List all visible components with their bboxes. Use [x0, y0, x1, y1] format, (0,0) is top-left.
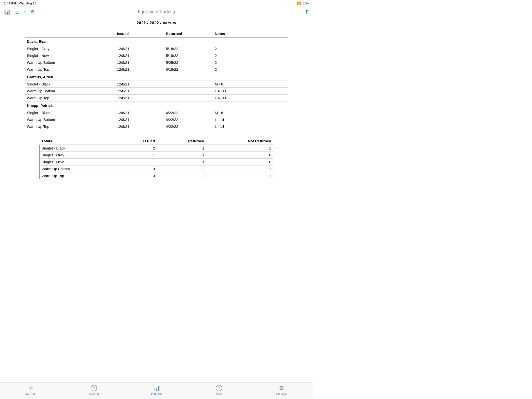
row-returned: 5/18/22	[164, 52, 213, 59]
row-notes: M - 6	[213, 109, 288, 116]
row-notes: 2	[213, 66, 288, 73]
totals-row-returned: 1	[157, 159, 206, 166]
row-returned: 4/22/22	[164, 123, 213, 130]
row-returned: 5/25/22	[164, 59, 213, 66]
main-table: Issued Returned Notes Davis, Evan Single…	[25, 30, 288, 130]
row-notes: UA - M	[213, 95, 288, 101]
table-row: Warm Up Bottom 12/8/21 5/25/22 2	[25, 59, 288, 66]
totals-col-header-not-returned: Not Returned	[206, 137, 273, 145]
totals-col-header-returned: Returned	[157, 137, 206, 145]
main-table-header-row: Issued Returned Notes	[25, 30, 288, 37]
table-row: Warm Up Top 12/8/21 4/22/22 L - 14	[25, 123, 288, 130]
page-title-section: 2021 - 2022 - Varsity	[0, 17, 313, 28]
totals-row-returned: 1	[157, 145, 206, 152]
main-content: Issued Returned Notes Davis, Evan Single…	[0, 30, 313, 130]
sort-icon[interactable]: ↕	[24, 9, 26, 15]
row-returned: 4/22/22	[164, 109, 213, 116]
group-header-row: Graffius, Aiden	[25, 73, 288, 81]
group-header-row: Davis, Evan	[25, 37, 288, 45]
toolbar-right: ⬆	[304, 9, 309, 15]
totals-row-not-returned: 1	[206, 145, 273, 152]
table-row: Warm Up Bottom 12/8/21 UA - M	[25, 88, 288, 95]
col-header-issued: Issued	[115, 30, 164, 37]
col-header-returned: Returned	[164, 30, 213, 37]
row-issued: 12/8/21	[115, 45, 164, 52]
row-issued: 12/8/21	[115, 95, 164, 101]
totals-row-returned: 1	[157, 152, 206, 159]
row-item: Singlet - Black	[25, 81, 115, 88]
row-notes: L - 14	[213, 123, 288, 130]
totals-row-returned: 2	[157, 166, 206, 172]
status-time-date: 1:43 PM Wed Aug 16	[4, 1, 36, 5]
list-icon[interactable]: ☰	[15, 9, 19, 15]
row-item: Singlet - Gray	[25, 45, 115, 52]
row-returned	[164, 88, 213, 95]
totals-row-not-returned: 0	[206, 152, 273, 159]
totals-row-item: Singlet - Black	[40, 145, 119, 152]
toolbar: 📊 ☰ ↕ ⚙ Equipment Tracking ⬆	[0, 7, 313, 17]
row-returned	[164, 95, 213, 101]
row-issued: 12/8/21	[115, 116, 164, 123]
totals-row-item: Singlet - Gray	[40, 152, 119, 159]
table-row: Singlet - New 12/8/21 5/18/22 2	[25, 52, 288, 59]
totals-col-header-issued: Issued	[118, 137, 157, 145]
totals-table-body: Singlet - Black 2 1 1 Singlet - Gray 1 1…	[40, 145, 273, 179]
totals-row: Warm Up Top 3 2 1	[40, 172, 273, 179]
table-row: Warm Up Top 12/8/21 UA - M	[25, 95, 288, 101]
charts-icon[interactable]: 📊	[4, 9, 11, 15]
row-item: Singlet - New	[25, 52, 115, 59]
filter-icon[interactable]: ⚙	[31, 9, 34, 15]
totals-row-issued: 1	[118, 152, 157, 159]
totals-row-issued: 3	[118, 166, 157, 172]
totals-header-row: Totals Issued Returned Not Returned	[40, 137, 273, 145]
totals-row-item: Singlet - New	[40, 159, 119, 166]
group-header-name: Davis, Evan	[25, 37, 288, 45]
table-row: Singlet - Black 12/8/21 4/22/22 M - 6	[25, 109, 288, 116]
totals-row: Singlet - Black 2 1 1	[40, 145, 273, 152]
totals-row: Singlet - Gray 1 1 0	[40, 152, 273, 159]
row-issued: 12/8/21	[115, 88, 164, 95]
row-issued: 12/8/21	[115, 123, 164, 130]
page-title: 2021 - 2022 - Varsity	[0, 21, 313, 26]
row-issued: 12/8/21	[115, 52, 164, 59]
totals-section: Totals Issued Returned Not Returned Sing…	[0, 137, 313, 179]
totals-row-item: Warm Up Bottom	[40, 166, 119, 172]
totals-row-issued: 1	[118, 159, 157, 166]
row-notes: 2	[213, 52, 288, 59]
totals-row-item: Warm Up Top	[40, 172, 119, 179]
group-header-name: Graffius, Aiden	[25, 73, 288, 81]
totals-table: Totals Issued Returned Not Returned Sing…	[39, 137, 273, 179]
status-date: Wed Aug 16	[19, 1, 36, 5]
row-notes: M - 8	[213, 81, 288, 88]
battery-icon: 51%	[302, 1, 309, 5]
totals-row-not-returned: 1	[206, 172, 273, 179]
totals-row-not-returned: 1	[206, 166, 273, 172]
row-notes: UA - M	[213, 88, 288, 95]
col-header-notes: Notes	[213, 30, 288, 37]
totals-col-header-item: Totals	[40, 137, 119, 145]
status-bar: 1:43 PM Wed Aug 16 📶 51%	[0, 0, 313, 7]
totals-row: Warm Up Bottom 3 2 1	[40, 166, 273, 172]
row-issued: 12/8/21	[115, 59, 164, 66]
group-header-name: Knepp, Patrick	[25, 101, 288, 109]
row-item: Warm Up Bottom	[25, 116, 115, 123]
status-time: 1:43 PM	[4, 1, 16, 5]
row-returned: 5/18/22	[164, 66, 213, 73]
toolbar-title: Equipment Tracking	[138, 9, 175, 14]
row-notes: 2	[213, 45, 288, 52]
toolbar-center: Equipment Tracking	[138, 9, 175, 14]
status-icons: 📶 51%	[297, 1, 309, 5]
totals-row-issued: 3	[118, 172, 157, 179]
totals-row-returned: 2	[157, 172, 206, 179]
row-issued: 12/8/21	[115, 66, 164, 73]
row-notes: L - 14	[213, 116, 288, 123]
totals-row-issued: 2	[118, 145, 157, 152]
totals-row-not-returned: 0	[206, 159, 273, 166]
toolbar-left: 📊 ☰ ↕ ⚙	[4, 9, 34, 15]
main-table-body: Davis, Evan Singlet - Gray 12/8/21 5/18/…	[25, 37, 288, 130]
row-notes: 2	[213, 59, 288, 66]
table-row: Warm Up Top 12/8/21 5/18/22 2	[25, 66, 288, 73]
totals-row: Singlet - New 1 1 0	[40, 159, 273, 166]
row-issued: 12/8/21	[115, 109, 164, 116]
share-icon[interactable]: ⬆	[304, 9, 309, 15]
